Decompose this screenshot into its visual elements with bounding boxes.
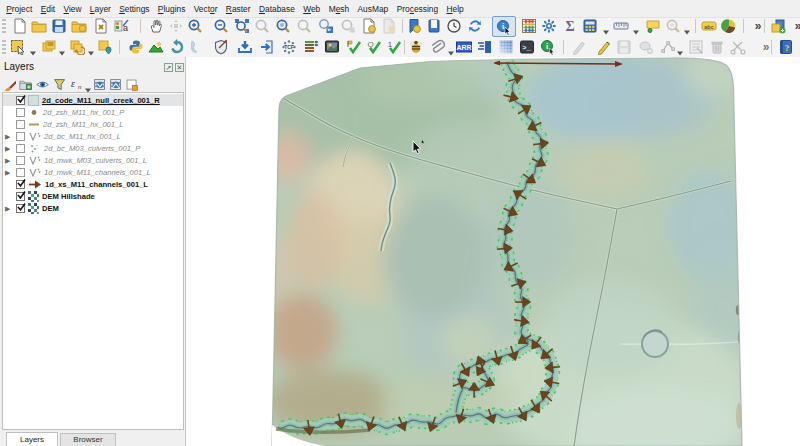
svg-text:»: » xyxy=(795,19,800,33)
svg-text:?: ? xyxy=(785,43,790,53)
svg-text:ε: ε xyxy=(71,78,75,89)
svg-text:»: » xyxy=(755,19,762,33)
svg-text:TCF: TCF xyxy=(284,44,294,50)
svg-text:abc: abc xyxy=(704,24,713,30)
svg-text:»: » xyxy=(763,40,770,54)
svg-text:n: n xyxy=(78,84,81,90)
svg-text:Σ: Σ xyxy=(565,19,574,34)
svg-text:ARR: ARR xyxy=(456,44,471,51)
svg-text:>_: >_ xyxy=(522,44,531,52)
svg-text:1: 1 xyxy=(388,40,393,49)
